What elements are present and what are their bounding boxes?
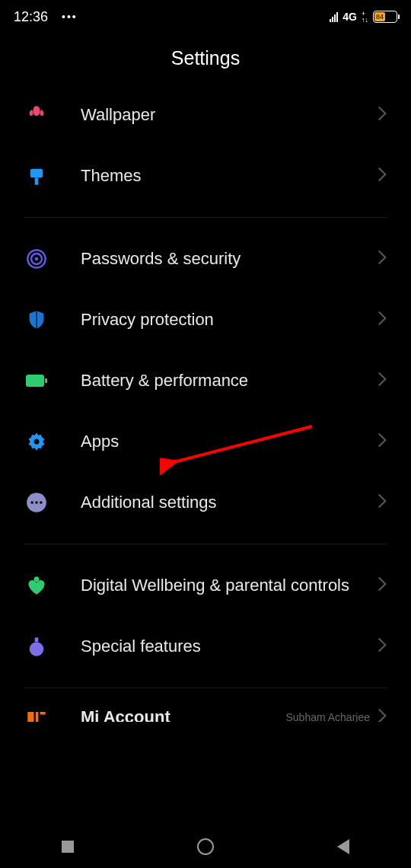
chevron-right-icon: [378, 311, 387, 329]
chevron-right-icon: [378, 167, 387, 185]
settings-item-apps[interactable]: Apps: [24, 411, 387, 472]
svg-rect-1: [35, 177, 39, 184]
item-label: Special features: [81, 636, 378, 658]
settings-list: Wallpaper Themes Passwords & security Pr…: [0, 85, 411, 722]
battery-icon: 84: [373, 11, 397, 23]
home-button[interactable]: [197, 838, 214, 855]
dots-circle-icon: [24, 490, 49, 515]
settings-item-additional-settings[interactable]: Additional settings: [24, 472, 387, 533]
svg-rect-6: [45, 378, 47, 383]
svg-point-4: [35, 257, 39, 261]
battery-icon: [24, 369, 49, 393]
divider: [24, 688, 387, 688]
chevron-right-icon: [378, 432, 387, 451]
item-label: Digital Wellbeing & parental controls: [81, 575, 378, 597]
svg-point-14: [30, 642, 44, 656]
svg-rect-5: [26, 375, 44, 387]
back-button[interactable]: [337, 839, 349, 854]
item-label: Passwords & security: [81, 248, 378, 270]
signal-icon: [330, 12, 338, 22]
item-label: Battery & performance: [81, 370, 378, 392]
divider: [24, 544, 387, 544]
svg-rect-0: [30, 169, 43, 178]
svg-rect-16: [36, 712, 39, 722]
settings-item-wallpaper[interactable]: Wallpaper: [24, 85, 387, 145]
svg-point-9: [30, 501, 33, 504]
network-type: 4G: [342, 11, 357, 23]
settings-item-themes[interactable]: Themes: [24, 145, 387, 206]
settings-item-special-features[interactable]: Special features: [24, 616, 387, 677]
svg-point-11: [40, 501, 43, 504]
settings-item-mi-account[interactable]: Mi Account Subham Acharjee: [24, 699, 387, 722]
svg-rect-17: [40, 712, 46, 715]
status-bar: 12:36 ••• 4G +↑↓ 84: [0, 0, 411, 29]
mi-logo-icon: [24, 705, 49, 722]
chevron-right-icon: [378, 493, 387, 512]
settings-item-passwords-security[interactable]: Passwords & security: [24, 228, 387, 289]
settings-item-digital-wellbeing[interactable]: Digital Wellbeing & parental controls: [24, 555, 387, 616]
item-label: Wallpaper: [81, 104, 378, 126]
shield-icon: [24, 308, 49, 332]
tulip-icon: [24, 103, 49, 127]
item-label: Additional settings: [81, 492, 378, 514]
notification-dots-icon: •••: [62, 11, 78, 23]
item-label: Themes: [81, 165, 378, 187]
item-label: Mi Account: [81, 707, 285, 722]
status-time: 12:36: [14, 9, 48, 25]
chevron-right-icon: [378, 637, 387, 656]
chevron-right-icon: [378, 708, 387, 722]
chevron-right-icon: [378, 372, 387, 390]
svg-point-10: [35, 501, 38, 504]
recents-button[interactable]: [62, 841, 74, 853]
svg-rect-15: [27, 712, 33, 722]
divider: [24, 217, 387, 218]
navigation-bar: [0, 825, 411, 868]
svg-point-7: [34, 439, 40, 445]
fingerprint-icon: [24, 247, 49, 271]
chevron-right-icon: [378, 576, 387, 595]
item-label: Apps: [81, 431, 378, 453]
chevron-right-icon: [378, 250, 387, 268]
settings-item-privacy-protection[interactable]: Privacy protection: [24, 289, 387, 350]
chevron-right-icon: [378, 106, 387, 124]
page-title: Settings: [0, 47, 411, 69]
settings-item-battery-performance[interactable]: Battery & performance: [24, 350, 387, 411]
item-sublabel: Subham Acharjee: [285, 711, 370, 722]
svg-rect-13: [35, 637, 39, 642]
gear-icon: [24, 429, 49, 454]
brush-icon: [24, 164, 49, 188]
heart-person-icon: [24, 573, 49, 598]
flask-icon: [24, 634, 49, 659]
item-label: Privacy protection: [81, 309, 378, 331]
